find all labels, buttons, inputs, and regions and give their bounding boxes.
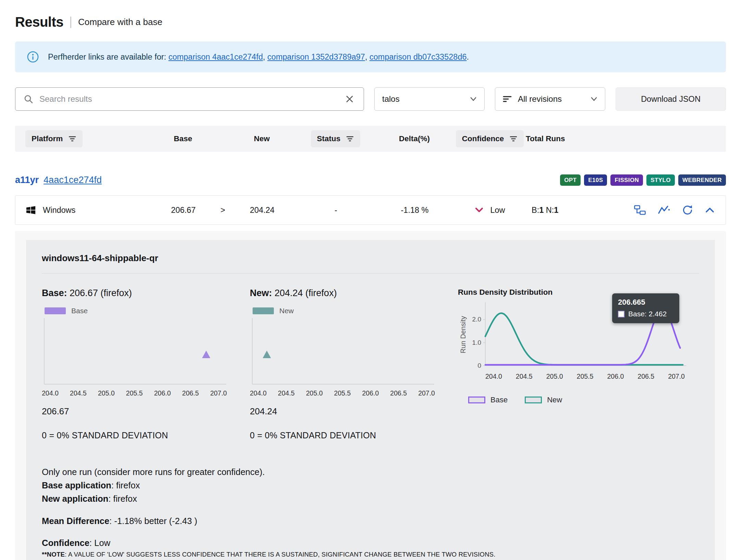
info-alert: Perfherder links are available for: comp… <box>15 41 726 72</box>
new-application-line: New application: firefox <box>42 492 699 505</box>
results-page: Results Compare with a base Perfherder l… <box>0 0 741 560</box>
column-new: New <box>228 134 296 143</box>
confidence-value: Low <box>490 206 505 215</box>
axis-tick-label: 206.5 <box>637 373 654 380</box>
tooltip-series-swatch <box>618 311 624 317</box>
platform-cell: Windows <box>26 205 149 215</box>
charts-row: Base: 206.67 (firefox) Base 204.0204.520… <box>42 288 699 440</box>
density-legend-new-swatch <box>525 397 542 403</box>
note-text: : A VALUE OF 'LOW' SUGGESTS LESS CONFIDE… <box>65 551 496 558</box>
page-title: Results <box>15 14 63 30</box>
svg-text:0: 0 <box>477 362 481 369</box>
svg-text:1.0: 1.0 <box>472 339 481 346</box>
framework-select[interactable]: talos <box>374 87 485 111</box>
column-delta: Delta(%) <box>375 134 454 143</box>
detail-notes: Only one run (consider more runs for gre… <box>42 466 699 559</box>
note-label: **NOTE <box>42 551 65 558</box>
base-run-value: 206.67 <box>42 406 229 417</box>
mean-difference-value: -1.18% better (-2.43 ) <box>114 516 197 526</box>
test-name: windows11-64-shippable-qr <box>42 253 699 264</box>
comparison-link-1[interactable]: comparison 4aac1ce274fd <box>168 52 263 61</box>
collapse-row-button[interactable] <box>704 206 715 214</box>
runs-new-count: 1 <box>554 206 558 215</box>
axis-tick-label: 206.0 <box>607 373 624 380</box>
refresh-icon <box>682 205 693 216</box>
comparison-link-3[interactable]: comparison db07c33528d6 <box>369 52 467 61</box>
revisions-select[interactable]: All revisions <box>495 87 605 111</box>
density-chart-wrap: Run Density 2.01.00 206.665 Base: 2.462 <box>458 300 699 370</box>
filter-icon <box>346 135 354 142</box>
graph-button[interactable] <box>657 204 671 216</box>
axis-tick-label: 206.0 <box>154 389 171 397</box>
new-heading-value: 204.24 (firefox) <box>275 288 337 298</box>
base-chart-column: Base: 206.67 (firefox) Base 204.0204.520… <box>42 288 229 440</box>
delta-cell: -1.18 % <box>375 206 454 215</box>
new-legend-label: New <box>279 307 294 315</box>
axis-tick-label: 207.0 <box>210 389 227 397</box>
base-mini-legend: Base <box>45 307 229 315</box>
base-run-chart <box>42 316 227 387</box>
axis-tick-label: 206.5 <box>390 389 407 397</box>
framework-selected-value: talos <box>382 94 464 104</box>
axis-tick-label: 207.0 <box>668 373 685 380</box>
mean-difference-line: Mean Difference: -1.18% better (-2.43 ) <box>42 515 699 527</box>
alert-suffix: . <box>467 52 469 61</box>
tooltip-title: 206.665 <box>618 298 673 307</box>
column-base: Base <box>149 134 217 143</box>
only-one-run-note: Only one run (consider more runs for gre… <box>42 466 699 478</box>
platform-row: Windows 206.67 > 204.24 - -1.18 % Low B:… <box>15 195 726 225</box>
separator: : <box>111 480 116 490</box>
graph-icon <box>658 205 670 215</box>
revision-hash-link[interactable]: 4aac1ce274fd <box>44 175 102 185</box>
density-legend-new-label: New <box>547 395 562 404</box>
low-confidence-note: **NOTE: A VALUE OF 'LOW' SUGGESTS LESS C… <box>42 550 699 559</box>
alert-prefix: Perfherder links are available for: <box>48 52 166 61</box>
new-run-chart <box>250 316 435 387</box>
base-heading-value: 206.67 (firefox) <box>70 288 132 298</box>
tag-badge-webrender: WEBRENDER <box>678 174 726 186</box>
axis-tick-label: 204.5 <box>70 389 87 397</box>
chevron-up-icon <box>705 207 715 213</box>
search-clear-button[interactable] <box>344 93 355 105</box>
page-subtitle: Compare with a base <box>78 17 162 27</box>
axis-tick-label: 205.5 <box>577 373 594 380</box>
mean-difference-label: Mean Difference <box>42 516 109 526</box>
download-json-button[interactable]: Download JSON <box>616 87 726 111</box>
base-value-cell: 206.67 <box>149 206 218 215</box>
status-filter-button[interactable]: Status <box>311 130 361 147</box>
search-input[interactable] <box>39 94 338 104</box>
new-x-ticks: 204.0204.5205.0205.5206.0206.5207.0 <box>250 389 435 397</box>
axis-tick-label: 204.5 <box>278 389 295 397</box>
tooltip-value: Base: 2.462 <box>628 310 667 318</box>
base-application-label: Base application <box>42 480 111 490</box>
revision-title: a11yr 4aac1ce274fd <box>15 175 102 185</box>
svg-text:2.0: 2.0 <box>472 316 481 323</box>
new-heading: New: 204.24 (firefox) <box>250 288 437 299</box>
confidence-line: Confidence: Low <box>42 537 699 549</box>
confidence-filter-button[interactable]: Confidence <box>456 130 524 147</box>
chart-tooltip: 206.665 Base: 2.462 <box>612 293 679 323</box>
revisions-selected-value: All revisions <box>518 94 584 104</box>
info-icon <box>27 51 39 63</box>
base-legend-swatch <box>45 307 66 314</box>
base-application-line: Base application: firefox <box>42 479 699 491</box>
new-application-value: firefox <box>113 494 137 503</box>
alert-separator: , <box>263 52 267 61</box>
filter-icon <box>68 135 76 142</box>
subtests-button[interactable] <box>633 204 647 216</box>
comparison-sign: > <box>218 206 228 215</box>
retrigger-button[interactable] <box>681 204 694 216</box>
density-x-ticks: 204.0204.5205.0205.5206.0206.5207.0 <box>485 373 685 380</box>
base-heading-label: Base: <box>42 288 67 298</box>
runs-base-count: 1 <box>539 206 544 215</box>
column-confidence-label: Confidence <box>462 134 504 143</box>
chevron-down-icon <box>470 97 477 101</box>
base-heading: Base: 206.67 (firefox) <box>42 288 229 299</box>
column-status: Status <box>296 130 375 147</box>
platform-filter-button[interactable]: Platform <box>25 130 83 147</box>
axis-tick-label: 204.0 <box>250 389 267 397</box>
comparison-link-2[interactable]: comparison 1352d3789a97 <box>267 52 365 61</box>
separator: : <box>89 538 94 548</box>
suite-link[interactable]: a11yr <box>15 175 39 185</box>
revision-row: a11yr 4aac1ce274fd OPTE10SFISSIONSTYLOWE… <box>15 174 726 186</box>
